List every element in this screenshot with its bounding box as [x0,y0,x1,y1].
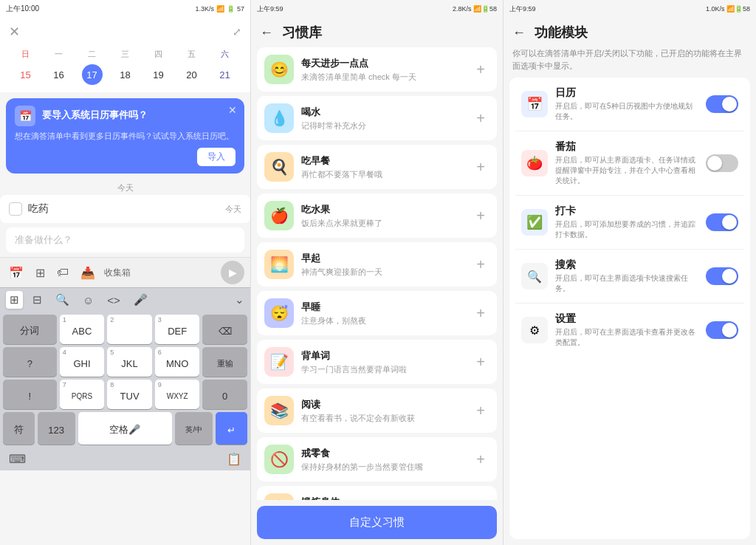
list-item: 😊 每天进步一点点 来滴答清单里简单 check 每一天 + [257,47,497,92]
habit-add-button[interactable]: + [472,253,489,276]
date-21[interactable]: 21 [215,64,236,85]
habit-list: 😊 每天进步一点点 来滴答清单里简单 check 每一天 + 💧 喝水 记得时常… [251,47,503,500]
habit-back-button[interactable]: ← [260,25,273,41]
close-button[interactable]: ✕ [9,24,20,40]
kb-key-en-ch[interactable]: 英/中 [175,412,213,445]
kb-key-question[interactable]: ? [3,347,57,377]
kb-key-backspace[interactable]: ⌫ [202,315,247,344]
habit-library-title: 习惯库 [282,24,322,41]
module-toggle-search[interactable] [706,267,738,285]
calendar-section: 日 一 二 三 四 五 六 15 16 17 18 19 20 21 [0,43,250,92]
module-icon-calendar: 📅 [521,91,548,117]
habit-add-button[interactable]: + [472,448,489,471]
module-toggle-settings[interactable] [706,321,738,339]
date-18[interactable]: 18 [115,64,136,85]
kb-mode-code[interactable]: <> [103,292,124,309]
kb-key-reInput[interactable]: 重输 [202,347,247,377]
habit-info-sleep: 早睡 注意身体，别熬夜 [301,301,464,326]
send-button[interactable]: ▶ [221,261,244,284]
banner-close-button[interactable]: ✕ [228,104,237,116]
kb-key-1-abc[interactable]: 1 ABC [60,315,105,344]
habit-add-button[interactable]: + [472,58,489,81]
import-button[interactable]: 导入 [197,148,236,166]
kb-key-space[interactable]: 空格🎤 [78,412,173,445]
date-20[interactable]: 20 [182,64,202,85]
habit-add-button[interactable]: + [472,400,489,422]
habit-info-exercise: 锻炼身体 保持健康体魄记得多运动 [301,496,464,501]
import-banner: ✕ 📅 要导入系统日历事件吗？ 想在滴答清单中看到更多日历事件吗？试试导入系统日… [6,98,244,174]
kb-key-8-tuv[interactable]: 8 TUV [107,380,152,409]
habit-icon-sleep: 😴 [264,298,294,328]
kb-key-symbol[interactable]: 符 [3,412,35,445]
habit-add-button[interactable]: + [472,351,489,374]
kb-key-3-ghi[interactable]: 3 DEF [155,315,200,344]
toolbar-calendar-icon[interactable]: 📅 [6,263,27,283]
date-19[interactable]: 19 [148,64,169,85]
list-item: ✅ 打卡 开启后，即可添加想要养成的习惯，并追踪打卡数据。 [515,196,744,250]
list-item: 🚫 戒零食 保持好身材的第一步当然要管住嘴 + [257,437,497,481]
kb-key-9-wxyz[interactable]: 9 WXYZ [155,380,200,409]
kb-bottom-right-icon[interactable]: 📋 [227,452,241,466]
module-name: 设置 [555,312,698,326]
kb-key-fensi[interactable]: 分词 [3,315,57,344]
list-item: 🍅 番茄 开启后，即可从主界面选项卡、任务详情或提醒弹窗中开始专注，并在个人中心… [515,131,744,196]
module-toggle-checkin[interactable] [706,213,738,231]
habit-add-button[interactable]: + [472,302,489,325]
kb-key-4-ghi[interactable]: 4 GHI [60,347,105,377]
kb-key-2-def[interactable]: 2 [107,315,152,344]
habit-info-breakfast: 吃早餐 再忙都不要落下早餐哦 [301,154,464,180]
list-item: ⚙ 设置 开启后，即可在主界面选项卡查看并更改各类配置。 [515,304,744,357]
kb-key-6-mno[interactable]: 6 MNO [155,347,200,377]
module-icon-settings: ⚙ [521,317,548,343]
kb-row-1: 分词 1 ABC 2 3 DEF ⌫ [3,315,247,344]
kb-bottom-left-icon[interactable]: ⌨ [9,452,26,466]
kb-mode-mic[interactable]: 🎤 [130,291,151,309]
module-toggle-tomato[interactable] [706,154,738,172]
habit-add-button[interactable]: + [472,156,489,179]
date-15[interactable]: 15 [16,64,36,85]
date-16[interactable]: 16 [49,64,69,85]
today-section-label: 今天 [0,179,250,195]
module-icon-tomato: 🍅 [521,150,548,176]
module-icon-search: 🔍 [521,263,548,289]
module-toggle-calendar[interactable] [706,95,738,113]
panel-todo: 上午10:00 1.3K/s 📶 🔋 57 ✕ ⤢ 日 一 二 三 四 五 六 … [0,0,251,545]
kb-mode-search[interactable]: 🔍 [52,291,73,309]
habit-add-button[interactable]: + [472,107,489,130]
toolbar-grid-icon[interactable]: ⊞ [32,263,48,283]
calendar-weekdays: 日 一 二 三 四 五 六 [9,46,241,63]
module-desc: 开启后，即可从主界面选项卡、任务详情或提醒弹窗中开始专注，并在个人中心查看相关统… [555,155,698,186]
panel1-header: ✕ ⤢ [0,18,250,43]
kb-key-5-jkl[interactable]: 5 JKL [107,347,152,377]
kb-mode-emoji[interactable]: ☺ [79,292,97,309]
toolbar-inbox-icon[interactable]: 📥 [78,263,98,283]
kb-mode-grid[interactable]: ⊞ [6,291,23,309]
expand-button[interactable]: ⤢ [233,26,241,38]
todo-checkbox[interactable] [9,202,22,216]
status-bar-3: 上午9:59 1.0K/s 📶🔋58 [504,0,756,18]
habit-add-button[interactable]: + [472,497,489,501]
habit-name: 早睡 [301,301,464,314]
custom-habit-button[interactable]: 自定义习惯 [257,506,497,539]
list-item: 🍎 吃水果 饭后来点水果就更棒了 + [257,193,497,238]
kb-key-0[interactable]: 0 [202,380,247,409]
kb-mode-list[interactable]: ⊟ [29,291,46,309]
kb-key-exclaim[interactable]: ! [3,380,57,409]
kb-row-4: 符 123 空格🎤 英/中 ↵ [3,412,247,445]
module-back-button[interactable]: ← [512,25,526,41]
toolbar-row: 📅 ⊞ 🏷 📥 收集箱 ▶ [0,257,250,287]
kb-key-enter[interactable]: ↵ [216,412,247,445]
todo-input[interactable]: 准备做什么？ [6,227,244,253]
kb-mode-more[interactable]: ⌄ [235,293,244,306]
date-17-today[interactable]: 17 [82,64,103,85]
toolbar-tag-icon[interactable]: 🏷 [54,263,72,282]
keyboard-mode-row: ⊞ ⊟ 🔍 ☺ <> 🎤 ⌄ [0,287,250,312]
habit-desc: 饭后来点水果就更棒了 [301,218,464,229]
kb-key-123[interactable]: 123 [38,412,75,445]
habit-info-wakeup: 早起 神清气爽迎接新的一天 [301,252,464,278]
kb-key-7-pqrs[interactable]: 7 PQRS [60,380,105,409]
habit-desc: 保持好身材的第一步当然要管住嘴 [301,462,464,473]
habit-add-button[interactable]: + [472,205,489,227]
habit-desc: 记得时常补充水分 [301,120,464,131]
banner-title: 要导入系统日历事件吗？ [42,109,148,120]
